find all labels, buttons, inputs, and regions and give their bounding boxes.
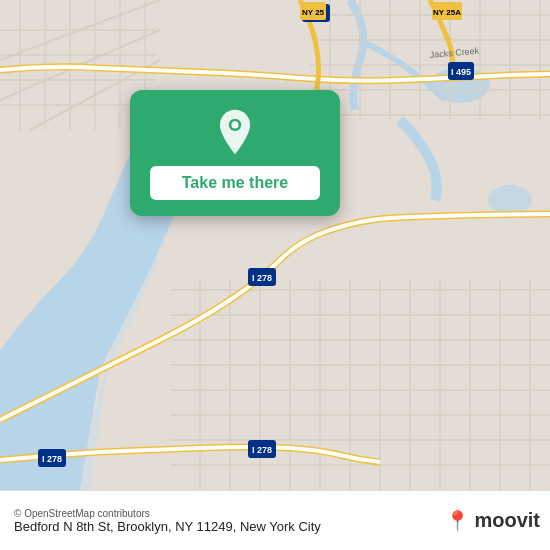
svg-text:I 278: I 278: [42, 454, 62, 464]
svg-text:I 278: I 278: [252, 273, 272, 283]
bottom-bar: © OpenStreetMap contributors Bedford N 8…: [0, 490, 550, 550]
svg-text:I 278: I 278: [252, 445, 272, 455]
map-svg: I 495 I 495 I 278 I 278 I 278 NY 25 NY 2…: [0, 0, 550, 490]
svg-point-2: [488, 185, 532, 215]
address-text: Bedford N 8th St, Brooklyn, NY 11249, Ne…: [14, 519, 321, 534]
map-container: I 495 I 495 I 278 I 278 I 278 NY 25 NY 2…: [0, 0, 550, 490]
take-me-there-button[interactable]: Take me there: [150, 166, 320, 200]
osm-attribution: © OpenStreetMap contributors: [14, 508, 321, 519]
svg-text:NY 25A: NY 25A: [433, 8, 461, 17]
location-pin-icon: [211, 108, 259, 156]
moovit-pin-icon: 📍: [445, 509, 470, 533]
moovit-logo: 📍 moovit: [445, 509, 540, 533]
svg-point-65: [231, 121, 238, 128]
svg-text:I 495: I 495: [451, 67, 471, 77]
svg-text:NY 25: NY 25: [302, 8, 325, 17]
bottom-left-info: © OpenStreetMap contributors Bedford N 8…: [14, 508, 321, 534]
moovit-brand-text: moovit: [474, 509, 540, 532]
location-card: Take me there: [130, 90, 340, 216]
